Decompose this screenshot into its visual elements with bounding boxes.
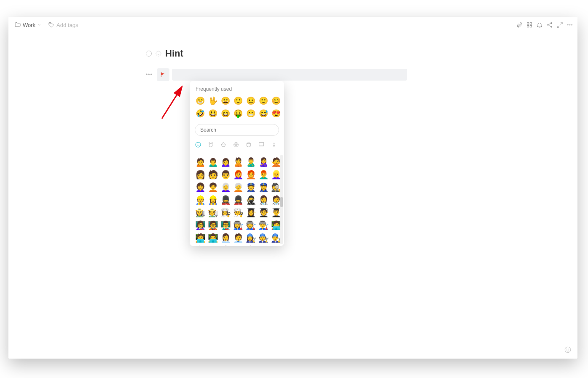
emoji-cell[interactable]: 👩‍🎨 — [245, 245, 256, 246]
emoji-cell[interactable]: 🧑‍💼 — [233, 232, 244, 243]
emoji-cell[interactable]: 💂‍♀️ — [233, 194, 244, 205]
cat-tab-food[interactable] — [220, 141, 227, 148]
emoji-cell[interactable]: 🧑‍🦰 — [245, 169, 256, 180]
cat-tab-smileys[interactable] — [195, 141, 201, 148]
bell-icon[interactable] — [536, 22, 543, 28]
subtask-flag-button[interactable] — [157, 68, 169, 81]
emoji-cell[interactable]: 🧑‍🌾 — [207, 207, 218, 218]
cat-tab-activity[interactable] — [233, 141, 239, 148]
task-complete-circle[interactable] — [146, 51, 152, 57]
more-icon[interactable] — [567, 22, 573, 28]
emoji-cell[interactable]: 👩‍🦳 — [220, 182, 231, 193]
emoji-cell[interactable]: 👩‍⚕️ — [258, 194, 269, 205]
emoji-cell[interactable]: 👩‍🎤 — [220, 245, 231, 246]
emoji-cell[interactable]: 🙍‍♂️ — [207, 157, 218, 167]
add-tags-button[interactable]: Add tags — [46, 21, 80, 29]
emoji-cell[interactable]: 😬 — [245, 108, 256, 119]
emoji-cell[interactable]: 👷‍♀️ — [207, 194, 218, 205]
emoji-cell[interactable]: 😁 — [195, 95, 206, 106]
emoji-search-input[interactable] — [195, 124, 279, 136]
expand-icon[interactable] — [556, 22, 563, 28]
emoji-cell[interactable]: 🧑‍🎤 — [233, 245, 244, 246]
cat-tab-animals[interactable] — [207, 141, 214, 148]
emoji-cell[interactable]: 😆 — [220, 108, 231, 119]
emoji-cell[interactable]: 🧑‍🦱 — [207, 182, 218, 193]
svg-rect-1 — [527, 23, 529, 24]
emoji-cell[interactable]: 👩‍🌾 — [195, 207, 206, 218]
emoji-cell[interactable]: 🧑‍🦳 — [233, 182, 244, 193]
subtask-input[interactable] — [172, 69, 407, 81]
emoji-scrollbar-thumb[interactable] — [280, 197, 283, 207]
emoji-cell[interactable]: 😀 — [220, 95, 231, 106]
emoji-cell[interactable]: 👩‍🍳 — [220, 207, 231, 218]
cat-tab-flags[interactable] — [283, 141, 284, 148]
emoji-cell[interactable]: 👩‍🔧 — [245, 232, 256, 243]
emoji-cell[interactable]: 🤑 — [233, 108, 244, 119]
emoji-scrollbar[interactable] — [280, 155, 283, 244]
emoji-cell[interactable]: 👮 — [245, 182, 256, 193]
people-emoji-grid: 🙍🙍‍♂️🙍‍♀️🙎🙎‍♂️🙎‍♀️🙅👩🧑👨👩‍🦰🧑‍🦰👨‍🦰👱‍♀️👩‍🦱🧑‍… — [190, 153, 284, 246]
emoji-cell[interactable]: 👩‍🔬 — [195, 245, 206, 246]
emoji-cell[interactable]: 👨‍🏫 — [220, 220, 231, 231]
emoji-cell[interactable]: 😃 — [207, 108, 218, 119]
emoji-cell[interactable]: 👮‍♀️ — [258, 182, 269, 193]
svg-point-10 — [567, 24, 568, 25]
emoji-cell[interactable]: 🧑‍🏭 — [245, 220, 256, 231]
emoji-cell[interactable]: 🙎 — [233, 157, 244, 167]
emoji-cell[interactable]: 👩‍💼 — [220, 232, 231, 243]
svg-point-21 — [209, 143, 210, 144]
emoji-cell[interactable]: 🙍 — [195, 157, 206, 167]
emoji-cell[interactable]: 👩 — [195, 169, 206, 180]
emoji-cell[interactable]: 🖖 — [207, 95, 218, 106]
emoji-cell[interactable]: 🥷 — [245, 194, 256, 205]
cat-tab-travel[interactable] — [245, 141, 252, 148]
emoji-cell[interactable]: 🧑 — [207, 169, 218, 180]
emoji-cell[interactable]: 👨 — [220, 169, 231, 180]
emoji-cell[interactable]: 👩‍🏫 — [195, 220, 206, 231]
emoji-cell[interactable]: 🙍‍♀️ — [220, 157, 231, 167]
svg-point-26 — [250, 146, 250, 146]
emoji-cell[interactable]: 🧑‍🔬 — [207, 245, 218, 246]
emoji-cell[interactable]: 🧑‍🎓 — [258, 207, 269, 218]
cat-tab-symbols[interactable] — [271, 141, 277, 148]
emoji-cell[interactable]: 😍 — [271, 108, 282, 119]
folder-selector[interactable]: Work — [13, 21, 43, 29]
emoji-cell[interactable]: 👨‍🏭 — [258, 220, 269, 231]
emoji-cell[interactable]: 🧑‍💻 — [195, 232, 206, 243]
subtask-row: ••• — [146, 68, 407, 81]
emoji-cell[interactable]: 👷 — [195, 194, 206, 205]
cat-tab-objects[interactable] — [258, 141, 265, 148]
task-emoji-icon[interactable] — [155, 50, 162, 57]
emoji-cell[interactable]: 😐 — [245, 95, 256, 106]
emoji-cell[interactable]: 🙎‍♀️ — [258, 157, 269, 167]
emoji-cell[interactable]: 🙂 — [258, 95, 269, 106]
emoji-cell[interactable]: 👩‍🦱 — [195, 182, 206, 193]
emoji-cell[interactable]: 🧑‍🔧 — [258, 232, 269, 243]
emoji-cell[interactable]: 💂 — [220, 194, 231, 205]
emoji-cell[interactable]: 👩‍🦰 — [233, 169, 244, 180]
page-title[interactable]: Hint — [165, 48, 183, 59]
emoji-cell[interactable]: 👨‍🎨 — [271, 245, 282, 246]
emoji-cell[interactable]: 🤣 — [195, 108, 206, 119]
emoji-cell[interactable]: 👩‍🎓 — [245, 207, 256, 218]
emoji-cell[interactable]: 🧑‍🎨 — [258, 245, 269, 246]
folder-icon — [14, 22, 21, 28]
grid-icon[interactable] — [526, 22, 533, 28]
svg-point-15 — [159, 53, 160, 53]
svg-point-13 — [156, 51, 161, 56]
emoji-cell[interactable]: 🧑‍🍳 — [233, 207, 244, 218]
emoji-cell[interactable]: 👨‍🦰 — [258, 169, 269, 180]
svg-point-14 — [158, 53, 158, 53]
emoji-cell[interactable]: 🧑‍🏫 — [207, 220, 218, 231]
emoji-cell[interactable]: 👨‍💻 — [207, 232, 218, 243]
footer-emoji-icon[interactable] — [564, 346, 572, 354]
svg-rect-27 — [259, 143, 264, 146]
emoji-cell[interactable]: 🙎‍♂️ — [245, 157, 256, 167]
emoji-cell[interactable]: 🙂 — [233, 95, 244, 106]
drag-handle-icon[interactable]: ••• — [146, 72, 154, 78]
emoji-cell[interactable]: 👩‍🏭 — [233, 220, 244, 231]
emoji-cell[interactable]: 😅 — [258, 108, 269, 119]
attach-icon[interactable] — [516, 22, 523, 28]
share-icon[interactable] — [546, 22, 553, 28]
emoji-cell[interactable]: 😊 — [271, 95, 282, 106]
